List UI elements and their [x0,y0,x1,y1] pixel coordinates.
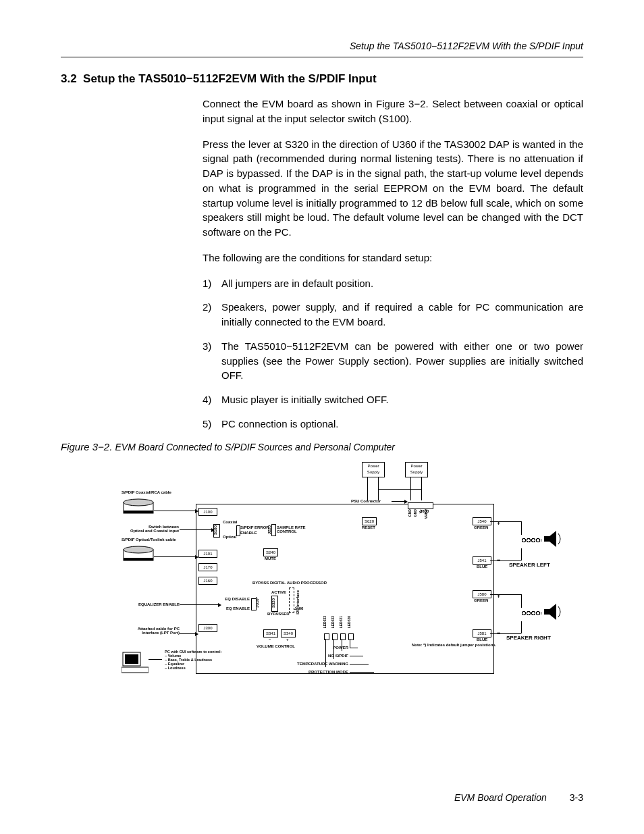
svg-rect-2 [124,511,153,513]
j220 [271,524,276,536]
j160: J160 [198,577,217,585]
list-number: 1) [203,276,221,291]
power-supply-box: Power Supply [362,462,385,477]
led321-label: LED321 [339,616,343,628]
j170: J170 [198,563,217,571]
svg-point-4 [124,546,153,553]
list-number: 4) [203,392,221,407]
enable-label: ENABLE [240,531,257,535]
s340: S340 [281,629,296,637]
header-rule [61,57,583,57]
equalizer-enable-label: EQUALIZER ENABLE [115,602,180,606]
list-text: PC connection is optional. [221,417,583,432]
list-item: 4) Music player is initially switched OF… [203,392,583,407]
footer-page: 3-3 [570,792,583,803]
j541: J541 [473,556,491,565]
led320-label: LED320 [347,616,351,628]
volume-control-label: VOLUME CONTROL [257,644,295,648]
j581: J581 [473,629,491,637]
paragraph-2: Press the lever at S320 in the direction… [203,137,583,240]
bypassed-label: BYPASSED [267,612,290,616]
section-number: 3.2 [61,72,77,85]
s100-label: S100 [213,525,217,535]
s240: S240 [263,548,278,556]
running-header: Setup the TAS5010−5112F2EVM With the S/P… [61,41,583,51]
reset-label: RESET [362,525,375,529]
j580: J580 [473,590,491,598]
s341: S341 [263,629,278,637]
speaker-right-label: SPEAKER RIGHT [506,635,551,641]
psu-connector-label: PSU Connector [351,499,381,503]
svg-point-1 [124,499,153,506]
figure-diagram: Power Supply Power Supply PSU Connector … [122,462,587,712]
i2s-label: I2S Interface [296,590,300,615]
footer-title: EVM Board Operation [454,792,547,803]
j400 [289,588,294,613]
speaker-wire-coil [521,538,541,543]
speaker-icon [543,529,563,548]
mute-label: MUTE [265,556,276,561]
eq-enable-label: EQ ENABLE [209,606,250,610]
green-label: GREEN [474,598,488,602]
list-item: 3) The TAS5010−5112F2EVM can be powered … [203,339,583,383]
section-title: Setup the TAS5010−5112F2EVM With the S/P… [83,72,377,85]
j100: J100 [198,508,217,516]
s320-label: S320 [271,598,275,608]
led-power: POWER [297,646,348,650]
list-number: 2) [203,300,221,330]
list-text: All jumpers are in default position. [221,276,583,291]
ordered-list: 1) All jumpers are in default position. … [203,276,583,432]
j300: J300 [198,624,217,632]
list-item: 2) Speakers, power supply, and if requir… [203,300,583,330]
cd-drive-icon [123,498,154,515]
list-number: 5) [203,417,221,432]
paragraph-3: The following are the conditions for sta… [203,251,583,265]
speaker-left-label: SPEAKER LEFT [509,562,550,568]
led-no-spdif: NO S/PDIF [297,654,348,658]
pc-software-text: PC with GUI software to control: − Volum… [165,650,221,670]
pin-vhbr: VHBR [424,509,428,519]
led-prot: PROTECTION MODE [284,670,348,674]
svg-rect-5 [124,558,153,561]
led-temp: TEMPERATURE WARNING [277,662,348,666]
psu-connector [408,502,433,509]
active-label: ACTIVE [271,590,286,594]
sample-rate-label: SAMPLE RATE CONTROL [277,525,306,533]
led323-label: LED323 [323,616,327,628]
spdif-error-label: S/PDIF ERROR [240,525,269,529]
s620: S620 [362,517,377,525]
list-text: Music player is initially switched OFF. [221,392,583,407]
pc-icon [122,651,149,674]
pin-gnd: GND [413,509,417,517]
svg-rect-8 [122,667,149,673]
minus-label: − [497,629,500,636]
svg-marker-9 [544,531,556,547]
pin-vplus: V+ [419,509,423,513]
speaker-wire-coil [521,610,541,616]
j101: J101 [198,550,217,558]
power-supply-box: Power Supply [405,462,428,477]
speaker-icon [543,602,563,621]
paragraph-1: Connect the EVM board as shown in Figure… [203,97,583,126]
note-label: Note: *) Indicates default jumper posist… [412,643,496,647]
blue-label: BLUE [477,565,487,569]
vol-minus: − [269,637,271,642]
figure-caption: Figure 3−2. EVM Board Connected to S/PDI… [61,441,583,452]
vol-plus: + [286,637,289,642]
green-label: GREEN [474,525,488,529]
page-footer: EVM Board Operation 3-3 [454,792,583,803]
spdif-coax-label: S/PDIF Coaxial/RCA cable [122,490,171,494]
optical-label: Optical [223,535,236,539]
spdif-optical-label: S/PDIF Optical/Toslink cable [122,538,176,542]
led-spdif-error [236,525,240,536]
cd-drive-icon [123,546,154,562]
j540: J540 [473,517,491,525]
figure-title: EVM Board Connected to S/PDIF Sources an… [115,442,395,452]
list-item: 1) All jumpers are in default position. [203,276,583,291]
minus-label: − [497,556,500,563]
list-text: Speakers, power supply, and if required … [221,300,583,330]
switch-between-label: Switch between Optical and Coaxial input [115,525,179,533]
j310-label: J310* [255,597,259,608]
list-number: 3) [203,339,221,383]
blue-label: BLUE [477,637,487,642]
